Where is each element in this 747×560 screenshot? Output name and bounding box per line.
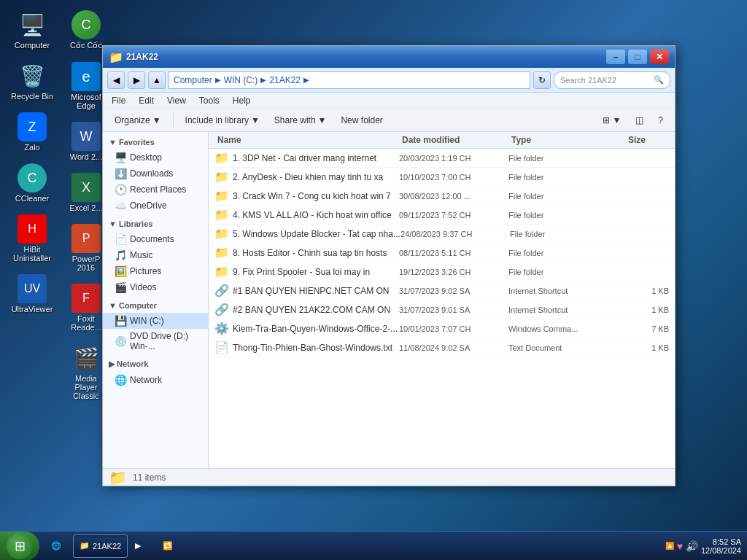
start-orb: ⊞: [7, 533, 33, 559]
col-size[interactable]: Size: [625, 133, 669, 147]
maximize-button[interactable]: □: [628, 50, 647, 64]
col-name[interactable]: Name: [214, 133, 399, 147]
file-row[interactable]: 📁 3. Crack Win 7 - Cong cu kich hoat win…: [209, 187, 675, 206]
nav-network[interactable]: 🌐 Network: [103, 372, 208, 388]
nav-dvd-drive[interactable]: 💿 DVD Drive (D:) Win-...: [103, 329, 208, 354]
up-button[interactable]: ▲: [148, 71, 166, 89]
address-bar[interactable]: Computer ▶ WIN (C:) ▶ 21AK22 ▶: [169, 71, 530, 89]
favorites-header: ▼ Favorites: [103, 135, 208, 149]
file-icon: 📁: [214, 265, 229, 279]
file-icon: 🔗: [214, 303, 229, 316]
network-collapse-icon[interactable]: ▶: [109, 359, 115, 368]
file-icon: 📁: [214, 170, 229, 184]
preview-pane-button[interactable]: ◫: [630, 111, 649, 130]
file-name-text: Thong-Tin-Phien-Ban-Ghost-Windows.txt: [233, 343, 392, 353]
tray-volume[interactable]: 🔊: [686, 540, 698, 552]
menu-edit[interactable]: Edit: [133, 94, 160, 107]
desktop-icon-computer[interactable]: 🖥️ Computer: [6, 7, 58, 52]
view-options-button[interactable]: ⊞ ▼: [597, 111, 627, 130]
desktop-icon-hibit[interactable]: H HiBitUninstaller: [6, 211, 58, 265]
nav-downloads[interactable]: ⬇️ Downloads: [103, 166, 208, 182]
file-date: 20/03/2023 1:19 CH: [399, 154, 508, 163]
file-date: 31/07/2023 9:02 SA: [399, 287, 508, 295]
organize-button[interactable]: Organize ▼: [109, 111, 167, 130]
close-button[interactable]: ✕: [650, 50, 669, 64]
file-row[interactable]: ⚙️ Kiem-Tra-Ban-Quyen-Windows-Office-2-.…: [209, 319, 675, 338]
file-name-cell: 📄 Thong-Tin-Phien-Ban-Ghost-Windows.txt: [214, 339, 399, 356]
file-name-cell: ⚙️ Kiem-Tra-Ban-Quyen-Windows-Office-2-.…: [214, 320, 399, 337]
taskbar-extra-icon[interactable]: 🔁: [157, 534, 183, 558]
tray-arrow[interactable]: 🔼: [665, 542, 674, 550]
nav-pictures[interactable]: 🖼️ Pictures: [103, 263, 208, 279]
title-bar: 📁 21AK22 – □ ✕: [103, 46, 675, 68]
file-icon: 🔗: [214, 284, 229, 298]
desktop-icon-ultraviewer[interactable]: UV UltraViewer: [6, 271, 58, 316]
file-row[interactable]: 📁 5. Windows Update Blocker - Tat cap nh…: [209, 225, 675, 244]
file-row[interactable]: 📄 Thong-Tin-Phien-Ban-Ghost-Windows.txt …: [209, 338, 675, 357]
taskbar-ie-icon[interactable]: 🌐: [45, 534, 71, 558]
file-row[interactable]: 📁 9. Fix Print Spooler - Sua loi may in …: [209, 262, 675, 281]
file-name-text: Kiem-Tra-Ban-Quyen-Windows-Office-2-...: [233, 324, 398, 334]
file-row[interactable]: 📁 2. AnyDesk - Dieu khien may tinh tu xa…: [209, 168, 675, 187]
search-box[interactable]: Search 21AK22 🔍: [554, 71, 670, 89]
file-list-header: Name Date modified Type Size: [209, 132, 675, 149]
nav-music[interactable]: 🎵 Music: [103, 247, 208, 263]
menu-file[interactable]: File: [106, 94, 131, 107]
start-button[interactable]: ⊞: [0, 532, 39, 561]
libraries-collapse-icon[interactable]: ▼: [109, 219, 117, 228]
file-icon: 📁: [214, 227, 229, 241]
status-bar: 📁 11 items: [103, 468, 675, 486]
menu-view[interactable]: View: [161, 94, 192, 107]
nav-videos[interactable]: 🎬 Videos: [103, 279, 208, 295]
file-row[interactable]: 🔗 #2 BAN QUYEN 21AK22.COM CAM ON 31/07/2…: [209, 300, 675, 319]
new-folder-button[interactable]: New folder: [335, 111, 388, 130]
file-name-text: 3. Crack Win 7 - Cong cu kich hoat win 7: [233, 191, 391, 201]
minimize-button[interactable]: –: [606, 50, 625, 64]
nav-documents[interactable]: 📄 Documents: [103, 231, 208, 247]
computer-header: ▼ Computer: [103, 298, 208, 313]
file-name-cell: 🔗 #1 BAN QUYEN HIENPC.NET CAM ON: [214, 282, 399, 299]
file-name-cell: 📁 8. Hosts Editor - Chinh sua tap tin ho…: [214, 244, 399, 261]
back-button[interactable]: ◀: [107, 71, 125, 89]
search-placeholder: Search 21AK22: [560, 76, 616, 85]
refresh-button[interactable]: ↻: [533, 71, 551, 89]
file-name-cell: 🔗 #2 BAN QUYEN 21AK22.COM CAM ON: [214, 301, 399, 318]
col-date[interactable]: Date modified: [399, 133, 508, 147]
breadcrumb-computer[interactable]: Computer: [174, 75, 212, 85]
desktop-icon-ccleaner[interactable]: C CCleaner: [6, 160, 58, 206]
col-type[interactable]: Type: [508, 133, 625, 147]
forward-button[interactable]: ▶: [128, 71, 145, 89]
file-name-text: 8. Hosts Editor - Chinh sua tap tin host…: [233, 248, 387, 258]
ie-icon: 🌐: [51, 541, 61, 551]
system-clock[interactable]: 8:52 SA 12/08/2024: [701, 537, 741, 555]
file-type: File folder: [508, 211, 625, 219]
menu-help[interactable]: Help: [227, 94, 257, 107]
include-in-library-button[interactable]: Include in library ▼: [179, 111, 266, 130]
nav-win-c[interactable]: 💾 WIN (C:): [103, 313, 208, 329]
tray-heart[interactable]: ♥: [677, 540, 683, 552]
file-icon: 📁: [214, 246, 229, 260]
nav-desktop[interactable]: 🖥️ Desktop: [103, 149, 208, 166]
favorites-collapse-icon[interactable]: ▼: [109, 138, 117, 147]
taskbar-media-icon[interactable]: ▶: [129, 534, 155, 558]
computer-collapse-icon[interactable]: ▼: [109, 301, 117, 310]
file-row[interactable]: 📁 8. Hosts Editor - Chinh sua tap tin ho…: [209, 244, 675, 262]
breadcrumb-drive[interactable]: WIN (C:): [224, 75, 258, 85]
breadcrumb-folder[interactable]: 21AK22: [269, 75, 301, 85]
menu-tools[interactable]: Tools: [193, 94, 225, 107]
network-section: ▶ Network 🌐 Network: [103, 357, 208, 388]
navigation-pane: ▼ Favorites 🖥️ Desktop ⬇️ Downloads 🕐 Re…: [103, 132, 209, 468]
taskbar-explorer-button[interactable]: 📁 21AK22: [73, 534, 128, 558]
file-row[interactable]: 🔗 #1 BAN QUYEN HIENPC.NET CAM ON 31/07/2…: [209, 281, 675, 300]
help-button[interactable]: ?: [652, 111, 669, 130]
share-with-button[interactable]: Share with ▼: [268, 111, 333, 130]
file-row[interactable]: 📁 1. 3DP Net - Cai driver mang internet …: [209, 149, 675, 168]
nav-recent-places[interactable]: 🕐 Recent Places: [103, 182, 208, 198]
desktop-icon-zalo[interactable]: Z Zalo: [6, 109, 58, 155]
window-title: 21AK22: [126, 52, 603, 62]
desktop-icon-recycle-bin[interactable]: 🗑️ Recycle Bin: [6, 58, 58, 104]
file-row[interactable]: 📁 4. KMS VL ALL AIO - Kich hoat win offi…: [209, 206, 675, 225]
breadcrumb: Computer ▶ WIN (C:) ▶ 21AK22 ▶: [174, 75, 309, 85]
nav-onedrive[interactable]: ☁️ OneDrive: [103, 198, 208, 214]
file-date: 30/08/2023 12:00 ...: [399, 192, 508, 201]
